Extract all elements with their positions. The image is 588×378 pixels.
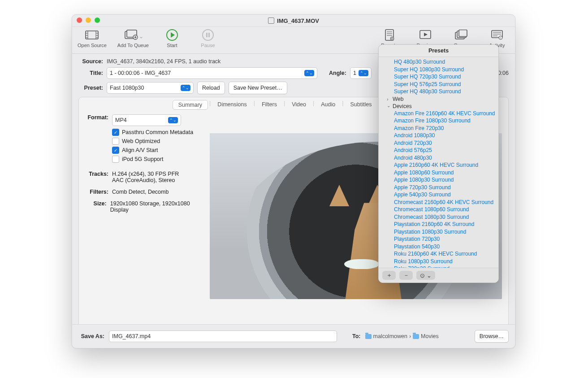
preset-item[interactable]: Super HQ 720p30 Surround [381, 73, 496, 81]
add-to-queue-menu-caret[interactable]: ⌵ [140, 31, 143, 39]
preset-item[interactable]: Android 576p25 [381, 147, 496, 154]
presets-tree[interactable]: HQ 480p30 SurroundSuper HQ 1080p30 Surro… [379, 57, 498, 268]
saveas-value: IMG_4637.mp4 [112, 333, 151, 339]
tab-dimensions[interactable]: Dimensions [212, 100, 252, 110]
size-value: 1920x1080 Storage, 1920x1080 Display [110, 200, 202, 213]
pause-button[interactable]: Pause [195, 29, 220, 48]
preset-item[interactable]: Amazon Fire 2160p60 4K HEVC Surround [381, 110, 496, 117]
preset-item[interactable]: Apple 540p30 Surround [381, 191, 496, 199]
add-to-queue-button[interactable]: ⌵ Add To Queue [117, 29, 149, 48]
preset-item[interactable]: Super HQ 576p25 Surround [381, 81, 496, 88]
save-bar: Save As: IMG_4637.mp4 To: malcolmowen › … [72, 324, 515, 348]
source-value: IMG_4637, 3840x2160, 24 FPS, 1 audio tra… [107, 58, 220, 65]
tab-audio[interactable]: Audio [316, 100, 341, 110]
preset-item[interactable]: Playstation 2160p60 4K Surround [381, 221, 496, 228]
format-select[interactable]: MP4 ⌃⌄ [112, 114, 181, 126]
browse-button[interactable]: Browse… [475, 330, 509, 343]
presets-popover: Presets HQ 480p30 SurroundSuper HQ 1080p… [378, 44, 499, 283]
preset-item[interactable]: Roku 1080p30 Surround [381, 258, 496, 265]
tab-video[interactable]: Video [286, 100, 311, 110]
preset-actions-button[interactable]: ⊙ ⌄ [416, 271, 435, 280]
preset-add-button[interactable]: ＋ [382, 271, 396, 280]
size-label: Size: [85, 200, 107, 207]
main-window: IMG_4637.MOV Open Source ⌵ [72, 14, 515, 348]
add-to-queue-label: Add To Queue [117, 43, 149, 48]
queue-icon [454, 29, 469, 41]
zoom-window-button[interactable] [95, 17, 100, 23]
preset-category[interactable]: Devices [381, 103, 496, 110]
source-label: Source: [78, 58, 103, 65]
svg-point-23 [390, 37, 394, 40]
close-window-button[interactable] [77, 17, 82, 23]
preset-item[interactable]: Apple 2160p60 4K HEVC Surround [381, 161, 496, 169]
filters-label: Filters: [85, 189, 108, 195]
folder-icon [413, 334, 419, 339]
filters-value: Comb Detect, Decomb [112, 189, 169, 195]
path-user: malcolmowen [373, 333, 407, 339]
svg-marker-15 [171, 32, 175, 38]
preset-remove-button[interactable]: － [399, 271, 413, 280]
presets-popover-title: Presets [379, 45, 498, 57]
preset-item[interactable]: Playstation 540p30 [381, 243, 496, 251]
preset-item[interactable]: Playstation 720p30 [381, 235, 496, 243]
preset-select[interactable]: Fast 1080p30 ⌃⌄ [107, 82, 194, 94]
reload-button[interactable]: Reload [197, 82, 225, 94]
preset-item[interactable]: Roku 2160p60 4K HEVC Surround [381, 250, 496, 258]
preset-item[interactable]: Android 480p30 [381, 154, 496, 162]
preset-item[interactable]: Amazon Fire 1080p30 Surround [381, 117, 496, 125]
tab-summary[interactable]: Summary [173, 100, 208, 110]
angle-select[interactable]: 1 ⌃⌄ [350, 67, 372, 79]
web-optimized-checkbox[interactable]: Web Optimized [112, 138, 202, 145]
window-title: IMG_4637.MOV [277, 17, 319, 24]
preset-item[interactable]: Apple 1080p60 Surround [381, 169, 496, 177]
preset-item[interactable]: Apple 720p30 Surround [381, 184, 496, 191]
save-new-preset-button[interactable]: Save New Preset… [229, 82, 287, 94]
format-value: MP4 [115, 117, 127, 123]
saveas-field[interactable]: IMG_4637.mp4 [109, 330, 337, 342]
checkbox-unchecked-icon [112, 138, 119, 145]
preset-item[interactable]: Chromecast 1080p60 Surround [381, 206, 496, 213]
passthru-metadata-checkbox[interactable]: ✓ Passthru Common Metadata [112, 129, 202, 136]
svg-text:i: i [500, 36, 501, 39]
to-path[interactable]: malcolmowen › Movies [365, 333, 439, 339]
path-separator: › [409, 333, 411, 339]
preset-item[interactable]: HQ 480p30 Surround [381, 58, 496, 66]
svg-rect-17 [206, 33, 208, 37]
chevron-updown-icon: ⌃⌄ [181, 85, 190, 91]
tab-subtitles[interactable]: Subtitles [345, 100, 377, 110]
chevron-updown-icon: ⌃⌄ [304, 70, 314, 76]
title-select[interactable]: 1 - 00:00:06 - IMG_4637 ⌃⌄ [107, 67, 317, 79]
preset-item[interactable]: Super HQ 480p30 Surround [381, 88, 496, 96]
open-source-button[interactable]: Open Source [78, 29, 107, 48]
svg-marker-25 [424, 33, 428, 36]
tracks-label: Tracks: [85, 171, 108, 177]
preset-item[interactable]: Roku 720p30 Surround [381, 265, 496, 268]
preset-item[interactable]: Android 1080p30 [381, 132, 496, 139]
minimize-window-button[interactable] [86, 17, 91, 23]
preset-item[interactable]: Playstation 1080p30 Surround [381, 228, 496, 236]
preset-item[interactable]: Amazon Fire 720p30 [381, 125, 496, 132]
activity-icon: i [489, 29, 505, 41]
tab-filters[interactable]: Filters [256, 100, 282, 110]
ipod-support-checkbox[interactable]: iPod 5G Support [112, 156, 202, 163]
align-av-start-checkbox[interactable]: ✓ Align A/V Start [112, 147, 202, 154]
preset-item[interactable]: Super HQ 1080p30 Surround [381, 66, 496, 74]
open-source-label: Open Source [78, 43, 107, 48]
title-select-value: 1 - 00:00:06 - IMG_4637 [110, 70, 171, 76]
start-button[interactable]: Start [160, 29, 185, 48]
angle-label: Angle: [329, 70, 346, 76]
svg-rect-28 [459, 30, 467, 37]
queue-add-icon [124, 29, 139, 41]
path-folder: Movies [421, 333, 439, 339]
preset-item[interactable]: Chromecast 2160p60 4K HEVC Surround [381, 199, 496, 206]
preset-category[interactable]: Web [381, 96, 496, 103]
preset-item[interactable]: Apple 1080p30 Surround [381, 176, 496, 184]
film-icon [84, 29, 99, 41]
pause-label: Pause [201, 43, 215, 48]
preset-item[interactable]: Chromecast 1080p30 Surround [381, 213, 496, 221]
checkbox-checked-icon: ✓ [112, 129, 119, 136]
preset-item[interactable]: Android 720p30 [381, 139, 496, 147]
checkbox-checked-icon: ✓ [112, 147, 119, 154]
titlebar: IMG_4637.MOV [72, 15, 515, 27]
play-icon [164, 29, 180, 41]
